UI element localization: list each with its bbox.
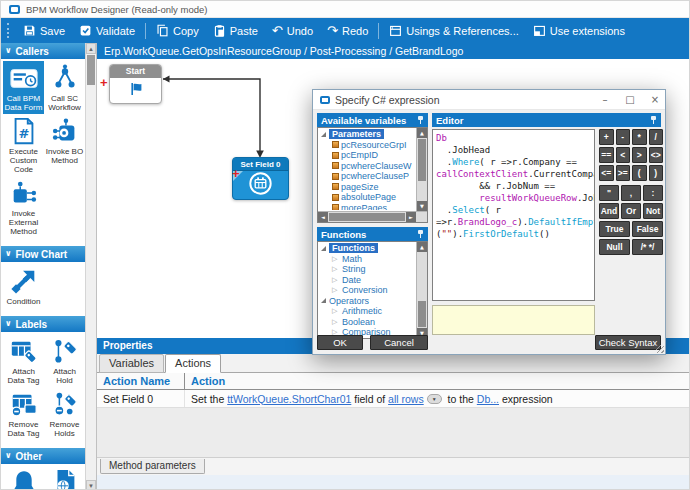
tree-group-operators[interactable]: Operators (319, 296, 415, 307)
palette-item-attach-hold[interactable]: Attach Hold (44, 334, 85, 387)
function-item-boolean[interactable]: ▷Boolean (319, 317, 415, 328)
keypad-button-item[interactable]: - (616, 129, 631, 145)
tree-root-parameters[interactable]: Parameters (319, 129, 415, 140)
variable-item-absolutepage[interactable]: absolutePage (319, 192, 415, 203)
add-connection-icon[interactable]: + (100, 78, 108, 88)
toolbar-button-copy[interactable]: Copy (149, 20, 206, 41)
keypad-button-item[interactable]: == (599, 147, 614, 163)
keypad-button-and[interactable]: And (599, 203, 619, 219)
variable-item-pcempid[interactable]: pcEmpID (319, 150, 415, 161)
palette-item-remove-data-tag[interactable]: Remove Data Tag (3, 387, 44, 440)
keypad-button-item[interactable]: >= (616, 165, 631, 181)
variable-item-pagesize[interactable]: pageSize (319, 182, 415, 193)
palette-item-condition[interactable]: Condition (3, 264, 44, 308)
minimize-button[interactable]: – (595, 94, 615, 105)
toolbar-button-usings-references[interactable]: Usings & References... (382, 20, 526, 41)
maximize-button[interactable]: □ (620, 94, 640, 105)
tree-expand-icon[interactable] (321, 298, 326, 303)
function-item-conversion[interactable]: ▷Conversion (319, 285, 415, 296)
toolbar-button-validate[interactable]: Validate (72, 20, 142, 41)
action-link-db[interactable]: Db... (477, 393, 499, 405)
functions-tree[interactable]: Functions▷Math▷String▷Date▷ConversionOpe… (317, 241, 428, 339)
scroll-up-icon[interactable]: ▲ (417, 242, 427, 252)
available-variables-tree[interactable]: ParameterspcResourceGrpIpcEmpIDpcwhereCl… (317, 127, 428, 223)
tab-variables[interactable]: Variables (99, 354, 164, 373)
sidebar-scrollbar[interactable]: ▲ ▼ (85, 43, 96, 490)
scroll-down-icon[interactable]: ▼ (417, 201, 427, 211)
action-link-ttworkqueue-shortchar01[interactable]: ttWorkQueue.ShortChar01 (227, 393, 351, 405)
action-link-all-rows[interactable]: all rows (388, 393, 424, 405)
variable-item-pcwhereclausep[interactable]: pcwhereClauseP (319, 171, 415, 182)
function-item-string[interactable]: ▷String (319, 264, 415, 275)
toolbar-grip-handle[interactable] (7, 23, 10, 38)
keypad-button-item[interactable]: ) (649, 165, 664, 181)
scroll-up-icon[interactable]: ▲ (86, 43, 96, 54)
keypad-button-item[interactable]: ( (632, 165, 647, 181)
palette-item-attach-data-tag[interactable]: Attach Data Tag (3, 334, 44, 387)
scrollbar-thumb[interactable] (87, 55, 95, 85)
variable-item-pcwhereclausew[interactable]: pcwhereClauseW (319, 161, 415, 172)
section-header-callers[interactable]: ∨Callers (1, 43, 85, 59)
keypad-button-false[interactable]: False (632, 221, 663, 237)
palette-item-invoke-external-method[interactable]: Invoke External Method (3, 176, 44, 238)
keypad-button-item[interactable]: > (632, 147, 647, 163)
scrollbar-thumb[interactable] (329, 213, 405, 221)
function-item-date[interactable]: ▷Date (319, 275, 415, 286)
palette-item-invoke-bo-method[interactable]: Invoke BO Method (44, 114, 85, 176)
scroll-right-icon[interactable]: ► (406, 212, 416, 222)
variables-horizontal-scrollbar[interactable]: ◄ ► (318, 211, 427, 222)
tree-collapsed-icon[interactable]: ▷ (332, 286, 340, 294)
toolbar-button-paste[interactable]: Paste (206, 20, 265, 41)
column-header-action-name[interactable]: Action Name (97, 373, 185, 389)
tab-actions[interactable]: Actions (165, 354, 221, 373)
add-connection-icon[interactable]: + (232, 169, 240, 179)
ok-button[interactable]: OK (317, 335, 363, 350)
keypad-button-item[interactable]: /* */ (632, 239, 663, 255)
keypad-button-not[interactable]: Not (643, 203, 663, 219)
scroll-down-icon[interactable]: ▼ (86, 480, 96, 490)
variable-item-morepages[interactable]: morePages (319, 203, 415, 211)
dialog-titlebar[interactable]: Specify C# expression – □ × (313, 90, 665, 110)
start-node[interactable]: + Start (109, 64, 162, 104)
tree-group-functions[interactable]: Functions (319, 243, 415, 254)
toolbar-button-use-extensions[interactable]: Use extensions (526, 20, 632, 41)
tree-expand-icon[interactable] (321, 132, 326, 137)
keypad-button-item[interactable]: < (616, 147, 631, 163)
keypad-button-item[interactable]: <> (649, 147, 664, 163)
pin-icon[interactable] (417, 230, 424, 239)
scroll-up-icon[interactable]: ▲ (417, 128, 427, 138)
pin-icon[interactable] (417, 116, 424, 125)
resize-grip[interactable] (656, 345, 664, 353)
section-header-labels[interactable]: ∨Labels (1, 316, 85, 332)
palette-item-call-sc-workflow[interactable]: Call SC Workflow (44, 61, 85, 114)
toolbar-button-undo[interactable]: ↶Undo (265, 20, 320, 41)
palette-item-execute-custom-code[interactable]: #Execute Custom Code (3, 114, 44, 176)
functions-vertical-scrollbar[interactable]: ▲ ▼ (416, 242, 427, 338)
cancel-button[interactable]: Cancel (370, 335, 428, 350)
variables-vertical-scrollbar[interactable]: ▲ ▼ (416, 128, 427, 211)
tree-collapsed-icon[interactable]: ▷ (332, 276, 340, 284)
section-header-other[interactable]: ∨Other (1, 448, 85, 464)
pin-icon[interactable] (650, 116, 657, 125)
tree-expand-icon[interactable] (321, 246, 326, 251)
palette-item-alert-bell-icon[interactable] (3, 466, 44, 490)
keypad-button-or[interactable]: Or (621, 203, 641, 219)
palette-item-document-globe-icon[interactable] (44, 466, 85, 490)
keypad-button-item[interactable]: + (599, 129, 614, 145)
tree-collapsed-icon[interactable]: ▷ (332, 307, 340, 315)
keypad-button-item[interactable]: <= (599, 165, 614, 181)
scrollbar-thumb[interactable] (418, 301, 426, 327)
tree-collapsed-icon[interactable]: ▷ (332, 318, 340, 326)
palette-item-remove-holds[interactable]: Remove Holds (44, 387, 85, 440)
function-item-arithmetic[interactable]: ▷Arithmetic (319, 306, 415, 317)
section-header-flow-chart[interactable]: ∨Flow Chart (1, 246, 85, 262)
scrollbar-thumb[interactable] (418, 139, 426, 181)
tree-collapsed-icon[interactable]: ▷ (332, 255, 340, 263)
tab-method-parameters[interactable]: Method parameters (100, 459, 205, 474)
all-rows-dropdown[interactable]: ▼ (427, 394, 442, 404)
palette-item-call-bpm-data-form[interactable]: Call BPM Data Form (3, 61, 44, 114)
keypad-button-item[interactable]: : (643, 185, 663, 201)
expression-code-editor[interactable]: Db .JobHead .Where( r =>r.Company ==call… (432, 129, 595, 301)
set-field-node[interactable]: + Set Field 0 (232, 157, 289, 200)
variable-item-pcresourcegrpi[interactable]: pcResourceGrpI (319, 140, 415, 151)
